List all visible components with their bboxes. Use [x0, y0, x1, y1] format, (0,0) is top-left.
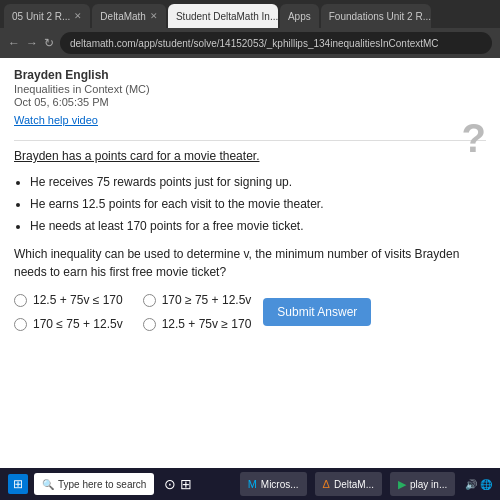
divider	[14, 140, 486, 141]
student-name: Brayden English	[14, 68, 486, 82]
tab-3-label: Student DeltaMath In...	[176, 11, 278, 22]
bullet-1: He receives 75 rewards points just for s…	[30, 173, 486, 191]
windows-button[interactable]: ⊞	[8, 474, 28, 494]
reload-btn[interactable]: ↻	[44, 36, 54, 50]
problem-intro: Brayden has a points card for a movie th…	[14, 147, 486, 165]
radio-4[interactable]	[143, 318, 156, 331]
taskbar-app-micros-label: Micros...	[261, 479, 299, 490]
question-text: Which inequality can be used to determin…	[14, 245, 486, 281]
tab-1[interactable]: 05 Unit 2 R... ✕	[4, 4, 90, 28]
options-container: 12.5 + 75v ≤ 170 170 ≤ 75 + 12.5v 170 ≥ …	[14, 293, 251, 331]
taskbar-app-icons: M Micros... Δ DeltaM... ▶ play in...	[240, 472, 456, 496]
taskbar-app-delta[interactable]: Δ DeltaM...	[315, 472, 382, 496]
option-4[interactable]: 12.5 + 75v ≥ 170	[143, 317, 252, 331]
taskbar-grid-btn[interactable]: ⊞	[180, 476, 192, 492]
taskbar-app-delta-label: DeltaM...	[334, 479, 374, 490]
submit-button[interactable]: Submit Answer	[263, 298, 371, 326]
url-bar[interactable]: deltamath.com/app/student/solve/14152053…	[60, 32, 492, 54]
tab-5[interactable]: Foundations Unit 2 R... ✕	[321, 4, 431, 28]
option-2[interactable]: 170 ≥ 75 + 12.5v	[143, 293, 252, 307]
taskbar-clock: 🔊 🌐	[465, 479, 492, 490]
page-content: Brayden English Inequalities in Context …	[0, 58, 500, 468]
radio-2[interactable]	[143, 294, 156, 307]
tab-1-label: 05 Unit 2 R...	[12, 11, 70, 22]
options-left-col: 12.5 + 75v ≤ 170 170 ≤ 75 + 12.5v	[14, 293, 123, 331]
tab-1-close[interactable]: ✕	[74, 11, 82, 21]
date: Oct 05, 6:05:35 PM	[14, 96, 486, 108]
option-3-label: 170 ≤ 75 + 12.5v	[33, 317, 123, 331]
assignment-type: Inequalities in Context (MC)	[14, 83, 486, 95]
tab-4-label: Apps	[288, 11, 311, 22]
option-1[interactable]: 12.5 + 75v ≤ 170	[14, 293, 123, 307]
bullet-2: He earns 12.5 points for each visit to t…	[30, 195, 486, 213]
taskbar-system-icons: 🔊 🌐	[465, 479, 492, 490]
help-video-link[interactable]: Watch help video	[14, 114, 98, 126]
back-btn[interactable]: ←	[8, 36, 20, 50]
taskbar-search[interactable]: 🔍 Type here to search	[34, 473, 154, 495]
tab-2-close[interactable]: ✕	[150, 11, 158, 21]
taskbar: ⊞ 🔍 Type here to search ⊙ ⊞ M Micros... …	[0, 468, 500, 500]
problem-intro-underline: Brayden has a points card for a movie th…	[14, 149, 259, 163]
address-bar: ← → ↻ deltamath.com/app/student/solve/14…	[0, 28, 500, 58]
tab-5-label: Foundations Unit 2 R...	[329, 11, 431, 22]
tab-3[interactable]: Student DeltaMath In... ✕	[168, 4, 278, 28]
options-right-col: 170 ≥ 75 + 12.5v 12.5 + 75v ≥ 170	[143, 293, 252, 331]
taskbar-app-play[interactable]: ▶ play in...	[390, 472, 455, 496]
help-icon[interactable]: ?	[462, 116, 486, 161]
option-2-label: 170 ≥ 75 + 12.5v	[162, 293, 252, 307]
submit-area: Submit Answer	[263, 298, 371, 326]
tab-4[interactable]: Apps	[280, 4, 319, 28]
option-4-label: 12.5 + 75v ≥ 170	[162, 317, 252, 331]
taskbar-circle-btn[interactable]: ⊙	[164, 476, 176, 492]
option-1-label: 12.5 + 75v ≤ 170	[33, 293, 123, 307]
radio-3[interactable]	[14, 318, 27, 331]
taskbar-center-icons: ⊙ ⊞	[164, 476, 192, 492]
url-text: deltamath.com/app/student/solve/14152053…	[70, 38, 439, 49]
option-3[interactable]: 170 ≤ 75 + 12.5v	[14, 317, 123, 331]
taskbar-app-play-label: play in...	[410, 479, 447, 490]
search-placeholder: Type here to search	[58, 479, 146, 490]
forward-btn[interactable]: →	[26, 36, 38, 50]
tab-bar: 05 Unit 2 R... ✕ DeltaMath ✕ Student Del…	[0, 0, 500, 28]
tab-2-label: DeltaMath	[100, 11, 146, 22]
tab-2[interactable]: DeltaMath ✕	[92, 4, 166, 28]
bullet-3: He needs at least 170 points for a free …	[30, 217, 486, 235]
taskbar-app-micros[interactable]: M Micros...	[240, 472, 307, 496]
radio-1[interactable]	[14, 294, 27, 307]
bullet-list: He receives 75 rewards points just for s…	[30, 173, 486, 235]
